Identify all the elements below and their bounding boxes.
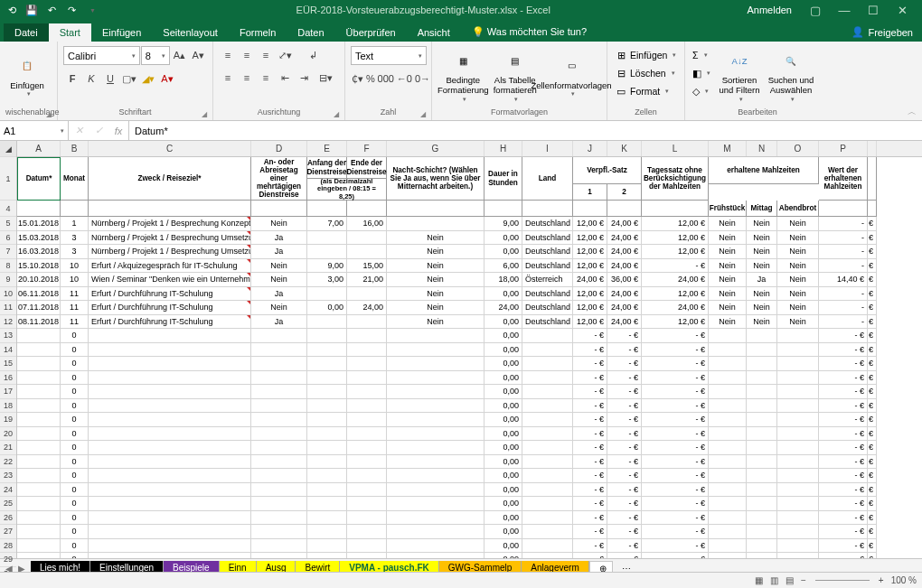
font-size-select[interactable]: 8▾ xyxy=(141,46,170,65)
zoom-out-icon[interactable]: − xyxy=(801,575,806,585)
hdr-anab[interactable]: An- oder Abreisetag einer mehrtägigen Di… xyxy=(251,157,307,201)
paste-button[interactable]: 📋Einfügen▾ xyxy=(5,46,49,106)
tab-view[interactable]: Ansicht xyxy=(407,23,461,42)
table-row[interactable]: 08.11.201811Erfurt / Durchführung IT-Sch… xyxy=(17,315,922,330)
hdr-n[interactable]: Mittag xyxy=(747,201,777,217)
hdr-dauer[interactable]: Dauer in Stunden xyxy=(485,157,522,201)
tab-formulas[interactable]: Formeln xyxy=(229,23,287,42)
hdr-o[interactable]: Abendbrot xyxy=(777,201,819,217)
clipboard-launcher-icon[interactable]: ◢ xyxy=(46,110,55,119)
font-name-select[interactable]: Calibri▾ xyxy=(63,46,140,65)
hdr-zweck[interactable]: Zweck / Reiseziel* xyxy=(89,157,251,201)
hdr-tagessatz[interactable]: Tagessatz ohne Berücksichtigung der Mahl… xyxy=(642,157,709,201)
italic-button[interactable]: K xyxy=(82,70,100,88)
font-launcher-icon[interactable]: ◢ xyxy=(202,110,211,119)
table-row[interactable]: 00,00- €- €- €- €€ xyxy=(17,357,922,371)
align-mid-icon[interactable]: ≡ xyxy=(238,46,256,64)
fill-button[interactable]: ◧ ▾ xyxy=(691,64,712,81)
cancel-formula-icon[interactable]: ✕ xyxy=(69,125,89,136)
hdr-monat[interactable]: Monat xyxy=(61,157,89,201)
autosum-button[interactable]: Σ ▾ xyxy=(691,46,712,63)
align-left-icon[interactable]: ≡ xyxy=(219,69,237,87)
close-icon[interactable]: ✕ xyxy=(888,4,917,17)
sort-filter-button[interactable]: A↓ZSortieren und Filtern▾ xyxy=(715,46,764,106)
table-row[interactable]: 00,00- €- €- €- €€ xyxy=(17,385,922,399)
merge-button[interactable]: ⊟▾ xyxy=(314,69,337,87)
hdr-k[interactable]: 2 xyxy=(607,184,642,201)
table-row[interactable]: 00,00- €- €- €- €€ xyxy=(17,483,922,498)
col-G[interactable]: G xyxy=(387,141,485,156)
ribbon-options-icon[interactable]: ▢ xyxy=(801,4,830,17)
format-cells-button[interactable]: ▭Format ▾ xyxy=(613,82,678,99)
hdr-land[interactable]: Land xyxy=(522,157,573,201)
table-row[interactable]: 15.10.201810Erfurt / Akquizegespräch für… xyxy=(17,259,922,274)
border-button[interactable]: ▢▾ xyxy=(120,70,138,88)
col-E[interactable]: E xyxy=(307,141,347,156)
find-select-button[interactable]: 🔍Suchen und Auswählen▾ xyxy=(767,46,815,106)
bold-button[interactable]: F xyxy=(63,70,81,88)
currency-icon[interactable]: ₵▾ xyxy=(351,70,364,88)
indent-dec-icon[interactable]: ⇤ xyxy=(276,69,294,87)
minimize-icon[interactable]: — xyxy=(830,4,859,17)
table-row[interactable]: 16.03.20183Nürnberg / Projekt 1 / Bespre… xyxy=(17,245,922,259)
col-B[interactable]: B xyxy=(61,141,89,156)
table-row[interactable]: 07.11.201811Erfurt / Durchführung IT-Sch… xyxy=(17,301,922,315)
col-J[interactable]: J xyxy=(573,141,607,156)
col-M[interactable]: M xyxy=(709,141,747,156)
col-F[interactable]: F xyxy=(347,141,387,156)
table-row[interactable]: 00,00- €- €- €- €€ xyxy=(17,539,922,554)
col-O[interactable]: O xyxy=(777,141,819,156)
align-bot-icon[interactable]: ≡ xyxy=(257,46,275,64)
tab-data[interactable]: Daten xyxy=(287,23,334,42)
hdr-nacht[interactable]: Nacht-Schicht? (Wählen Sie Ja aus, wenn … xyxy=(387,157,485,201)
table-row[interactable]: 00,00- €- €- €- €€ xyxy=(17,427,922,442)
col-P[interactable]: P xyxy=(819,141,868,156)
hdr-ende[interactable]: Ende der Dienstreise xyxy=(347,157,387,179)
table-row[interactable]: 00,00- €- €- €- €€ xyxy=(17,413,922,427)
tab-review[interactable]: Überprüfen xyxy=(335,23,407,42)
share-button[interactable]: 👤 Freigeben xyxy=(842,23,922,42)
zoom-level[interactable]: 100 % xyxy=(891,575,917,585)
autosave-icon[interactable]: ⟲ xyxy=(4,2,20,18)
hdr-anfang[interactable]: Anfang der Dienstreise xyxy=(307,157,347,179)
formula-input[interactable]: Datum* xyxy=(129,121,922,140)
table-row[interactable]: 00,00- €- €- €- €€ xyxy=(17,497,922,511)
font-color-button[interactable]: A▾ xyxy=(158,70,176,88)
conditional-fmt-button[interactable]: ▦Bedingte Formatierung▾ xyxy=(437,46,488,106)
underline-button[interactable]: U xyxy=(101,70,119,88)
number-launcher-icon[interactable]: ◢ xyxy=(420,110,429,119)
enter-formula-icon[interactable]: ✓ xyxy=(89,125,108,136)
column-headers[interactable]: ABCDEFGHIJKLMNOP xyxy=(17,141,922,157)
hdr-j[interactable]: 1 xyxy=(573,184,607,201)
table-row[interactable]: 20.10.201810Wien / Seminar "Denken wie e… xyxy=(17,273,922,287)
col-I[interactable]: I xyxy=(522,141,573,156)
save-icon[interactable]: 💾 xyxy=(24,2,40,18)
col-L[interactable]: L xyxy=(642,141,709,156)
increase-font-icon[interactable]: A▴ xyxy=(171,47,189,65)
thousand-icon[interactable]: 000 xyxy=(377,70,395,88)
wrap-text-button[interactable]: ↲ xyxy=(301,46,325,64)
clear-button[interactable]: ◇ ▾ xyxy=(691,82,712,99)
account-link[interactable]: Anmelden xyxy=(747,5,792,15)
number-format-select[interactable]: Text▾ xyxy=(351,46,427,65)
inc-dec-icon[interactable]: ←0 xyxy=(396,70,413,88)
col-A[interactable]: A xyxy=(17,141,61,156)
decrease-font-icon[interactable]: A▾ xyxy=(189,47,207,65)
table-fmt-button[interactable]: ▤Als Tabelle formatieren▾ xyxy=(491,46,539,106)
qat-dropdown-icon[interactable]: ▼ xyxy=(83,2,99,18)
hdr-ef-sub[interactable]: (als Dezimalzahl eingeben / 08:15 = 8,25… xyxy=(307,179,387,201)
tab-file[interactable]: Datei xyxy=(4,23,49,42)
table-row[interactable]: 15.03.20183Nürnberg / Projekt 1 / Bespre… xyxy=(17,231,922,246)
insert-cells-button[interactable]: ⊞Einfügen ▾ xyxy=(613,46,678,63)
table-row[interactable]: 00,00- €- €- €- €€ xyxy=(17,343,922,358)
view-normal-icon[interactable]: ▦ xyxy=(755,575,763,585)
view-layout-icon[interactable]: ▥ xyxy=(770,575,778,585)
indent-inc-icon[interactable]: ⇥ xyxy=(295,69,313,87)
col-K[interactable]: K xyxy=(607,141,642,156)
table-row[interactable]: 00,00- €- €- €- €€ xyxy=(17,553,922,558)
tab-search[interactable]: 💡 Was möchten Sie tun? xyxy=(461,23,597,42)
table-row[interactable]: 00,00- €- €- €- €€ xyxy=(17,441,922,455)
tab-layout[interactable]: Seitenlayout xyxy=(152,23,229,42)
fill-color-button[interactable]: ◢▾ xyxy=(139,70,157,88)
delete-cells-button[interactable]: ⊟Löschen ▾ xyxy=(613,64,678,81)
